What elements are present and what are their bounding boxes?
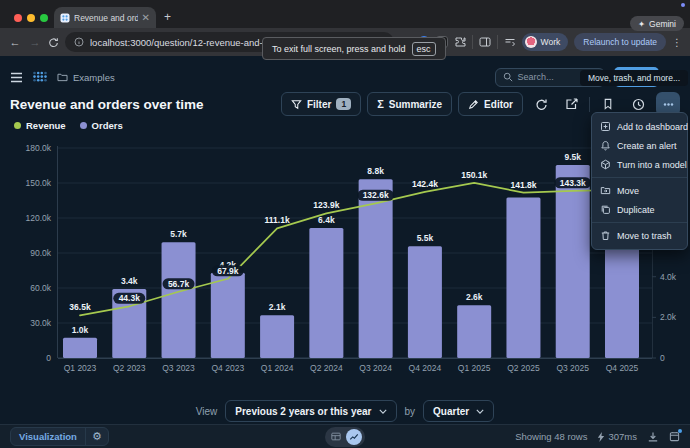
x-axis-label: Q1 2025 bbox=[458, 363, 491, 373]
download-icon[interactable] bbox=[647, 431, 659, 443]
page-title: Revenue and orders over time bbox=[10, 97, 204, 112]
revenue-line[interactable] bbox=[80, 183, 622, 316]
sharing-icon[interactable] bbox=[559, 92, 583, 116]
legend-item-orders[interactable]: Orders bbox=[80, 120, 123, 131]
browser-extra-icon[interactable] bbox=[504, 36, 516, 48]
toolbar-divider bbox=[472, 35, 473, 49]
new-tab-button[interactable]: + bbox=[164, 10, 171, 24]
y-axis-right-label: 0 bbox=[660, 353, 665, 363]
bar-label: 9.5k bbox=[564, 152, 581, 162]
chart-view-button[interactable] bbox=[346, 429, 362, 445]
menu-item[interactable]: Create an alert bbox=[592, 136, 687, 155]
extensions-puzzle-icon[interactable] bbox=[454, 36, 466, 48]
menu-item[interactable]: Move to trash bbox=[592, 226, 687, 245]
window-zoom-button[interactable] bbox=[40, 14, 48, 22]
window-close-button[interactable] bbox=[14, 14, 22, 22]
bar-label: 2.1k bbox=[269, 302, 286, 312]
line-label: 142.4k bbox=[412, 179, 438, 189]
embed-share-icon[interactable] bbox=[669, 431, 680, 442]
x-axis-label: Q3 2025 bbox=[556, 363, 589, 373]
summarize-button[interactable]: Σ Summarize bbox=[367, 92, 452, 116]
menu-divider bbox=[592, 222, 687, 223]
site-info-icon[interactable] bbox=[74, 37, 84, 47]
x-axis-label: Q1 2024 bbox=[261, 363, 294, 373]
bar-label: 3.4k bbox=[121, 276, 138, 286]
y-axis-left-label: 90.0k bbox=[30, 248, 52, 258]
menu-item[interactable]: Move bbox=[592, 181, 687, 200]
line-label: 36.5k bbox=[69, 302, 91, 312]
viz-type-toggle bbox=[325, 427, 365, 447]
bell-icon bbox=[600, 140, 611, 151]
ellipsis-icon bbox=[662, 98, 675, 111]
metabase-app: Examples Search... + New ⚙ Revenue and o… bbox=[0, 56, 690, 448]
search-icon bbox=[503, 72, 513, 82]
folder-move-icon bbox=[600, 185, 611, 196]
bar-Q2 2025[interactable] bbox=[506, 197, 540, 358]
x-axis-label: Q2 2025 bbox=[507, 363, 540, 373]
browser-tab[interactable]: Revenue and orders over tim ✕ bbox=[54, 7, 156, 28]
group-by-select[interactable]: Quarter bbox=[423, 400, 494, 422]
bar-Q4 2024[interactable] bbox=[408, 246, 442, 358]
y-axis-left-label: 30.0k bbox=[30, 318, 52, 328]
profile-avatar bbox=[525, 36, 537, 48]
legend-item-revenue[interactable]: Revenue bbox=[14, 120, 66, 131]
bar-Q4 2025[interactable] bbox=[605, 242, 639, 358]
toolbar-divider bbox=[497, 35, 498, 49]
line-label: 123.9k bbox=[313, 200, 339, 210]
tab-strip: Revenue and orders over tim ✕ + ✦ Gemini bbox=[0, 0, 690, 28]
bar-label: 1.0k bbox=[72, 325, 89, 335]
reload-icon[interactable] bbox=[48, 37, 59, 48]
line-label: 132.6k bbox=[363, 190, 389, 200]
y-axis-left-label: 0 bbox=[46, 353, 51, 363]
menu-item[interactable]: Add to dashboard bbox=[592, 117, 687, 136]
legend-dot bbox=[80, 122, 87, 129]
sigma-icon: Σ bbox=[377, 98, 384, 110]
menu-item[interactable]: Duplicate bbox=[592, 200, 687, 219]
funnel-icon bbox=[291, 99, 302, 110]
metabase-logo[interactable] bbox=[32, 69, 48, 85]
menu-item[interactable]: Turn into a model bbox=[592, 155, 687, 174]
tab-title: Revenue and orders over tim bbox=[74, 13, 138, 23]
combo-chart: 030.0k60.0k90.0k120.0k150.0k180.0k02.0k4… bbox=[0, 118, 690, 394]
hamburger-icon[interactable] bbox=[10, 72, 23, 83]
more-options-menu: Add to dashboardCreate an alertTurn into… bbox=[591, 112, 688, 250]
x-axis-label: Q1 2023 bbox=[64, 363, 97, 373]
visualization-settings-icon[interactable]: ⚙ bbox=[86, 430, 108, 443]
back-icon[interactable]: ← bbox=[8, 36, 22, 48]
bar-Q1 2024[interactable] bbox=[260, 315, 294, 358]
breadcrumb[interactable]: Examples bbox=[57, 72, 115, 83]
editor-button[interactable]: Editor bbox=[458, 92, 523, 116]
line-label: 111.1k bbox=[265, 215, 290, 225]
side-panel-icon[interactable] bbox=[479, 36, 491, 48]
date-range-select[interactable]: Previous 2 years or this year bbox=[225, 400, 396, 422]
bar-Q3 2023[interactable] bbox=[162, 242, 196, 358]
relaunch-button[interactable]: Relaunch to update bbox=[574, 33, 666, 51]
table-view-button[interactable] bbox=[328, 429, 344, 445]
filter-count-badge: 1 bbox=[336, 98, 351, 110]
esc-key: esc bbox=[412, 42, 436, 56]
bar-Q1 2023[interactable] bbox=[63, 338, 97, 358]
line-label: 150.1k bbox=[461, 170, 487, 180]
line-label: 56.7k bbox=[168, 279, 190, 289]
profile-chip[interactable]: Work bbox=[522, 33, 569, 51]
browser-menu-icon[interactable]: ⋮ bbox=[672, 37, 682, 48]
line-label: 67.9k bbox=[217, 266, 239, 276]
gemini-button[interactable]: ✦ Gemini bbox=[630, 16, 684, 31]
metabase-favicon bbox=[60, 13, 70, 23]
y-axis-right-label: 4.0k bbox=[660, 272, 677, 282]
bar-Q1 2025[interactable] bbox=[457, 305, 491, 358]
bar-Q4 2023[interactable] bbox=[211, 273, 245, 358]
chart-legend: RevenueOrders bbox=[14, 120, 123, 131]
query-duration: 307ms bbox=[597, 431, 637, 442]
sparkle-icon: ✦ bbox=[638, 19, 645, 29]
bar-Q2 2024[interactable] bbox=[309, 228, 343, 358]
filter-button[interactable]: Filter 1 bbox=[281, 92, 361, 116]
bar-Q3 2025[interactable] bbox=[556, 165, 590, 358]
tab-close-icon[interactable]: ✕ bbox=[142, 13, 150, 23]
window-minimize-button[interactable] bbox=[27, 14, 35, 22]
y-axis-left-label: 60.0k bbox=[30, 283, 52, 293]
x-axis-label: Q3 2024 bbox=[359, 363, 392, 373]
refresh-icon[interactable] bbox=[529, 92, 553, 116]
question-footer: Visualization ⚙ Showing 48 rows 307ms bbox=[0, 424, 690, 448]
visualization-button[interactable]: Visualization bbox=[11, 431, 85, 442]
